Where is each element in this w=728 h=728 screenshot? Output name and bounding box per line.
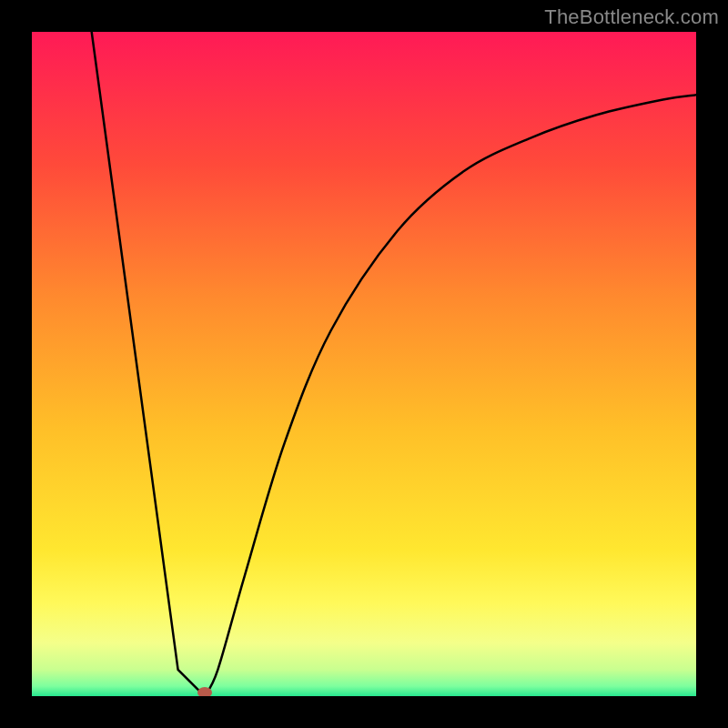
curve-right-segment — [205, 95, 696, 696]
bottleneck-curve — [32, 32, 696, 696]
curve-left-segment — [92, 32, 205, 696]
watermark-text: TheBottleneck.com — [544, 5, 719, 29]
plot-area — [32, 32, 696, 696]
chart-frame: TheBottleneck.com — [0, 0, 728, 728]
optimal-point-marker — [197, 687, 212, 696]
